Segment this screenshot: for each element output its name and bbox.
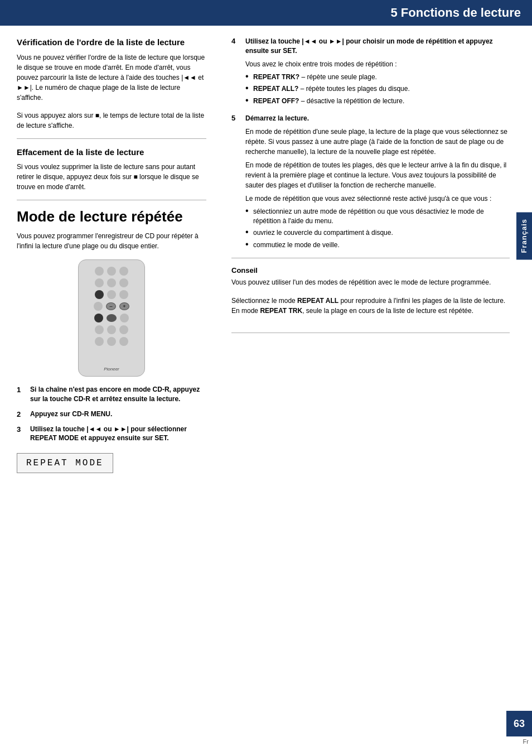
remote-btn	[119, 278, 128, 287]
remote-row-6	[95, 325, 128, 334]
step-5-bullet-text-2: ouvriez le couvercle du compartiment à d…	[253, 228, 510, 238]
remote-btn	[119, 325, 128, 334]
remote-btn	[119, 337, 128, 346]
conseil-repeat-trk-bold: REPEAT TRK	[260, 307, 302, 315]
remote-row-7	[95, 337, 128, 346]
bullet-repeat-off: • REPEAT OFF? – désactive la répétition …	[245, 97, 510, 106]
step-1-number: 1	[17, 386, 27, 394]
step-3-number: 3	[17, 425, 27, 434]
remote-control: – +	[78, 259, 145, 377]
remote-plus-btn: +	[119, 302, 129, 310]
repeat-mode-intro: Vous pouvez programmer l'enregistreur de…	[17, 231, 206, 251]
bullet-repeat-off-text: REPEAT OFF? – désactive la répétition de…	[253, 97, 510, 106]
conseil-section: Conseil Vous pouvez utiliser l'un des mo…	[231, 266, 510, 316]
remote-btn	[95, 267, 104, 276]
remote-btn	[107, 337, 116, 346]
remote-btn	[94, 302, 103, 311]
bullet-dot-3: •	[245, 96, 253, 105]
language-side-tab: Français	[516, 212, 532, 259]
bullet-repeat-all-text: REPEAT ALL? – répète toutes les plages d…	[253, 84, 510, 94]
step-5-bullet-dot-3: •	[245, 240, 253, 249]
remote-row-2	[95, 278, 128, 287]
remote-btn	[95, 325, 104, 334]
bullet-repeat-trk: • REPEAT TRK? – répète une seule plage.	[245, 73, 510, 82]
pioneer-brand-label: Pioneer	[104, 367, 119, 372]
step-3: 3 Utilisez la touche |◄◄ ou ►►| pour sél…	[17, 425, 206, 444]
bullet-repeat-trk-desc: – répète une seule plage.	[299, 73, 377, 81]
remote-btn	[107, 278, 116, 287]
repeat-mode-title: Mode de lecture répétée	[17, 208, 206, 225]
step-5: 5 Démarrez la lecture. En mode de répéti…	[231, 114, 510, 250]
remote-btn	[119, 290, 128, 299]
bullet-repeat-trk-label: REPEAT TRK?	[253, 73, 299, 81]
verification-section: Vérification de l'ordre de la liste de l…	[17, 37, 206, 131]
step-1-text: Si la chaîne n'est pas encore en mode CD…	[30, 385, 206, 404]
step-2: 2 Appuyez sur CD-R MENU.	[17, 410, 206, 419]
step-5-bullet-1: • sélectionniez un autre mode de répétit…	[245, 207, 510, 226]
remote-btn	[107, 325, 116, 334]
right-column: 4 Utilisez la touche |◄◄ ou ►►| pour cho…	[217, 26, 532, 484]
remote-minus-btn: –	[106, 302, 116, 310]
conseil-repeat-all-bold: REPEAT ALL	[297, 297, 338, 305]
remote-btn	[107, 267, 116, 276]
step-5-bullets: • sélectionniez un autre mode de répétit…	[245, 207, 510, 250]
step-5-number: 5	[231, 114, 243, 122]
step-2-number: 2	[17, 410, 27, 418]
bullet-dot-1: •	[245, 72, 253, 81]
bullet-repeat-trk-text: REPEAT TRK? – répète une seule plage.	[253, 73, 510, 82]
bullet-repeat-all-label: REPEAT ALL?	[253, 85, 298, 93]
remote-btn	[95, 337, 104, 346]
conseil-body2: Sélectionnez le mode REPEAT ALL pour rep…	[231, 296, 510, 316]
step-5-title: Démarrez la lecture.	[245, 114, 309, 123]
step-4-title: Utilisez la touche |◄◄ ou ►►| pour chois…	[245, 37, 510, 56]
repeat-mode-display-container: REPEAT MODE	[17, 449, 206, 473]
step-4-number: 4	[231, 37, 243, 45]
step-5-bullet-dot-1: •	[245, 206, 253, 215]
conseil-body1: Vous pouvez utiliser l'un des modes de r…	[231, 277, 510, 287]
effacement-body: Si vous voulez supprimer la liste de lec…	[17, 162, 206, 192]
page-number: 63	[506, 711, 532, 736]
remote-oval-btn	[107, 314, 117, 322]
step-3-text: Utilisez la touche |◄◄ ou ►►| pour sélec…	[30, 425, 206, 444]
step-4: 4 Utilisez la touche |◄◄ ou ►►| pour cho…	[231, 37, 510, 106]
verification-body1: Vous ne pouvez vérifier l'ordre de la li…	[17, 52, 206, 103]
step-5-bullet-dot-2: •	[245, 228, 253, 237]
step-5-bullet-text-3: commutiez le mode de veille.	[253, 240, 510, 250]
step-5-body3: Le mode de répétition que vous avez séle…	[245, 194, 510, 204]
remote-btn	[95, 290, 104, 299]
step-4-header: 4 Utilisez la touche |◄◄ ou ►►| pour cho…	[231, 37, 510, 56]
step-5-bullet-text-1: sélectionniez un autre mode de répétitio…	[253, 207, 510, 226]
remote-btn	[119, 267, 128, 276]
bottom-divider	[231, 333, 510, 333]
remote-illustration: – +	[17, 259, 206, 377]
conseil-title: Conseil	[231, 266, 510, 275]
effacement-title: Effacement de la liste de lecture	[17, 147, 206, 158]
step-5-header: 5 Démarrez la lecture.	[231, 114, 510, 123]
verification-title: Vérification de l'ordre de la liste de l…	[17, 37, 206, 48]
remote-btn	[95, 278, 104, 287]
remote-btn	[94, 314, 103, 322]
bullet-repeat-off-label: REPEAT OFF?	[253, 97, 299, 105]
step-4-bullets: • REPEAT TRK? – répète une seule plage. …	[245, 73, 510, 106]
bullet-repeat-all-desc: – répète toutes les plages du disque.	[298, 85, 409, 93]
step-5-body2: En mode de répétition de toutes les plag…	[245, 160, 510, 190]
repeat-mode-display: REPEAT MODE	[17, 453, 113, 473]
step-2-text: Appuyez sur CD-R MENU.	[30, 410, 206, 419]
step-4-intro: Vous avez le choix entre trois modes de …	[245, 59, 510, 69]
main-content: Vérification de l'ordre de la liste de l…	[0, 26, 532, 484]
bullet-repeat-off-desc: – désactive la répétition de lecture.	[299, 97, 404, 105]
remote-row-4: – +	[94, 302, 129, 311]
steps-1-3: 1 Si la chaîne n'est pas encore en mode …	[17, 385, 206, 443]
page-footer: 63 Fr	[506, 711, 532, 745]
step-5-bullet-3: • commutiez le mode de veille.	[245, 240, 510, 250]
remote-btn	[120, 314, 129, 322]
bullet-dot-2: •	[245, 84, 253, 93]
step-5-bullet-2: • ouvriez le couvercle du compartiment à…	[245, 228, 510, 238]
left-column: Vérification de l'ordre de la liste de l…	[0, 26, 217, 484]
remote-btn	[107, 290, 116, 299]
remote-row-3	[95, 290, 128, 299]
step-1: 1 Si la chaîne n'est pas encore en mode …	[17, 385, 206, 404]
divider2	[17, 200, 206, 200]
divider1	[17, 138, 206, 139]
bullet-repeat-all: • REPEAT ALL? – répète toutes les plages…	[245, 84, 510, 94]
